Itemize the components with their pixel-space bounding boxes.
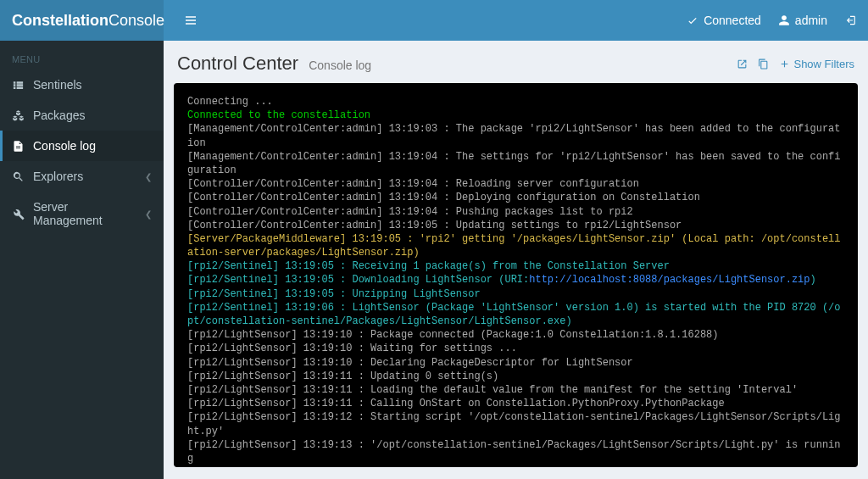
topbar-right: Connected admin bbox=[164, 0, 868, 41]
sidebar-item-label: Explorers bbox=[33, 170, 83, 183]
chevron-left-icon: ❮ bbox=[145, 209, 152, 219]
log-line: [rpi2/Sentinel] 13:19:05 : Unzipping Lig… bbox=[187, 287, 844, 301]
sidebar-item-sentinels[interactable]: Sentinels bbox=[0, 70, 164, 100]
log-line: Connecting ... bbox=[187, 95, 844, 109]
header-actions: Show Filters bbox=[737, 58, 854, 70]
username-label: admin bbox=[795, 14, 827, 27]
sidebar-item-label: Sentinels bbox=[33, 78, 82, 92]
user-nav: Connected admin bbox=[687, 14, 856, 27]
user-menu[interactable]: admin bbox=[778, 14, 827, 27]
log-line: [rpi2/Sentinel] 13:19:06 : LightSensor (… bbox=[187, 301, 844, 328]
page-title: Control Center Console log bbox=[177, 53, 371, 75]
log-line: [rpi2/LightSensor] 13:19:10 : Waiting fo… bbox=[187, 342, 844, 355]
sidebar-item-label: Packages bbox=[33, 109, 85, 122]
check-icon bbox=[687, 14, 698, 26]
app-logo[interactable]: ConstellationConsole bbox=[0, 0, 164, 41]
show-filters-button[interactable]: Show Filters bbox=[779, 58, 854, 70]
open-external-button[interactable] bbox=[737, 58, 748, 70]
file-icon bbox=[12, 140, 25, 153]
log-line: [Controller/ControlCenter:admin] 13:19:0… bbox=[187, 205, 844, 219]
sidebar-item-label: Server Management bbox=[33, 200, 136, 227]
log-line: [rpi2/Sentinel] 13:19:05 : Receiving 1 p… bbox=[187, 259, 844, 273]
log-line: [rpi2/LightSensor] 13:19:11 : Loading th… bbox=[187, 383, 844, 397]
connected-label: Connected bbox=[704, 14, 761, 27]
sidebar-item-label: Console log bbox=[33, 139, 96, 153]
search-icon bbox=[12, 170, 25, 183]
log-line: [Controller/ControlCenter:admin] 13:19:0… bbox=[187, 219, 844, 232]
log-line: [Management/ControlCenter:admin] 13:19:0… bbox=[187, 150, 844, 177]
log-line: [rpi2/LightSensor] 13:19:11 : Calling On… bbox=[187, 397, 844, 410]
page-subtitle: Console log bbox=[309, 58, 371, 72]
sidebar-nav: SentinelsPackagesConsole logExplorers❮Se… bbox=[0, 70, 164, 236]
sidebar: MENU SentinelsPackagesConsole logExplore… bbox=[0, 41, 164, 479]
log-line: [Controller/ControlCenter:admin] 13:19:0… bbox=[187, 191, 844, 204]
log-line: [rpi2/LightSensor] 13:19:10 : Package co… bbox=[187, 328, 844, 342]
log-line: Connected to the constellation bbox=[187, 109, 844, 122]
log-line: [rpi2/Sentinel] 13:19:05 : Downloading L… bbox=[187, 273, 844, 287]
log-line: [rpi2/LightSensor] 13:19:10 : Declaring … bbox=[187, 356, 844, 370]
sidebar-menu-header: MENU bbox=[0, 47, 164, 70]
sidebar-item-console-log[interactable]: Console log bbox=[0, 131, 164, 161]
log-line: [Controller/ControlCenter:admin] 13:19:0… bbox=[187, 177, 844, 191]
chevron-left-icon: ❮ bbox=[145, 172, 152, 181]
topbar: ConstellationConsole Connected admin bbox=[0, 0, 868, 41]
log-line: [rpi2/LightSensor] 13:19:13 : '/opt/cons… bbox=[187, 438, 844, 465]
console-log[interactable]: Connecting ...Connected to the constella… bbox=[174, 83, 858, 467]
log-line: [Management/ControlCenter:admin] 13:19:0… bbox=[187, 122, 844, 149]
user-icon bbox=[778, 14, 790, 26]
sign-out-button[interactable] bbox=[844, 14, 856, 26]
content-header: Control Center Console log Show Filters bbox=[174, 53, 858, 75]
log-line: [rpi2/LightSensor] 13:19:16 : LightSenso… bbox=[187, 465, 844, 467]
menu-toggle-button[interactable] bbox=[175, 14, 206, 27]
sidebar-item-packages[interactable]: Packages bbox=[0, 100, 164, 131]
log-line: [rpi2/LightSensor] 13:19:12 : Starting s… bbox=[187, 410, 844, 437]
sidebar-item-server-management[interactable]: Server Management❮ bbox=[0, 192, 164, 236]
main-content: Control Center Console log Show Filters … bbox=[164, 41, 868, 479]
copy-button[interactable] bbox=[758, 58, 769, 70]
log-link[interactable]: http://localhost:8088/packages/LightSens… bbox=[529, 274, 810, 286]
connection-status[interactable]: Connected bbox=[687, 14, 761, 27]
plus-icon bbox=[779, 58, 790, 70]
wrench-icon bbox=[12, 208, 25, 220]
sidebar-item-explorers[interactable]: Explorers❮ bbox=[0, 161, 164, 192]
cubes-icon bbox=[12, 109, 25, 122]
log-line: [Server/PackageMiddleware] 13:19:05 : 'r… bbox=[187, 232, 844, 259]
list-icon bbox=[12, 79, 25, 92]
log-line: [rpi2/LightSensor] 13:19:11 : Updating 0… bbox=[187, 370, 844, 383]
